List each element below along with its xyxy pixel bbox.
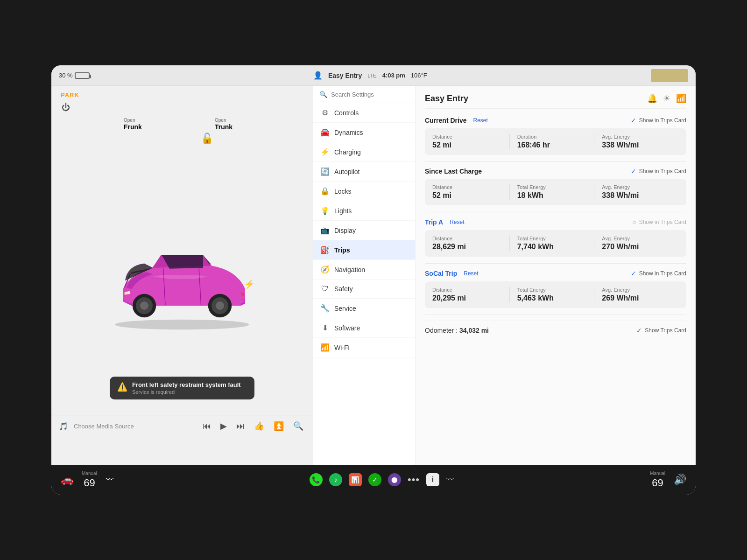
nav-item-lights[interactable]: 💡 Lights [313, 201, 415, 221]
nav-item-navigation[interactable]: 🧭 Navigation [313, 260, 415, 280]
trip-a-toggle[interactable]: ○ Show in Trips Card [632, 218, 686, 226]
trip-a-card: Distance 28,629 mi Total Energy 7,740 kW… [425, 230, 686, 257]
profile-name[interactable]: Easy Entry [328, 72, 362, 79]
nav-label-controls: Controls [334, 109, 359, 117]
next-track-button[interactable]: ⏭ [234, 420, 247, 433]
heat-right-button[interactable]: 〰 [446, 475, 454, 485]
trip-a-title: Trip A [425, 218, 443, 226]
signal-icon[interactable]: 📶 [676, 93, 686, 104]
brightness-icon[interactable]: ☀ [663, 93, 670, 104]
park-label: PARK [61, 91, 79, 98]
spotify-icon: ♪ [334, 476, 337, 483]
play-button[interactable]: ▶ [218, 419, 229, 433]
nav-item-software[interactable]: ⬇ Software [313, 318, 415, 338]
since-last-charge-avg-energy: Avg. Energy 338 Wh/mi [594, 184, 679, 200]
car-icon: 🚗 [61, 474, 73, 486]
car-button[interactable]: 🚗 [61, 474, 73, 486]
trip-a-total-energy: Total Energy 7,740 kWh [509, 236, 594, 251]
green-app-icon: ✓ [372, 476, 378, 483]
volume-button[interactable]: 🔊 [674, 474, 686, 486]
nav-label-charging: Charging [334, 148, 361, 156]
nav-item-locks[interactable]: 🔒 Locks [313, 182, 415, 201]
media-section: 🎵 Choose Media Source ⏮ ▶ ⏭ 👍 ⏫ 🔍 [51, 415, 313, 437]
since-last-charge-section: Since Last Charge ✓ Show in Trips Card D… [425, 168, 686, 205]
socal-trip-trips-label: Show in Trips Card [639, 270, 686, 277]
since-last-charge-toggle[interactable]: ✓ Show in Trips Card [631, 168, 686, 175]
nav-item-charging[interactable]: ⚡ Charging [313, 142, 415, 162]
current-drive-reset-button[interactable]: Reset [470, 116, 490, 125]
user-icon: 👤 [313, 71, 323, 80]
phone-button[interactable]: 📞 [310, 473, 323, 486]
temperature: 106°F [411, 72, 427, 79]
lte-signal: LTE [367, 73, 376, 78]
trip-a-toggle-icon: ○ [632, 218, 636, 226]
divider-4 [425, 315, 686, 315]
trip-a-header: Trip A Reset ○ Show in Trips Card [425, 218, 686, 226]
current-drive-trips-toggle[interactable]: ✓ Show in Trips Card [631, 117, 686, 124]
temp-right-label: Manual [650, 471, 665, 476]
equalizer-button[interactable]: ⏫ [272, 419, 286, 433]
media-source-label[interactable]: Choose Media Source [74, 423, 195, 430]
temp-left-value: 69 [84, 477, 95, 489]
display-icon: 📺 [320, 226, 330, 235]
temp-left-label: Manual [82, 471, 97, 476]
camera-button[interactable]: ⬤ [388, 473, 401, 486]
since-last-charge-card: Distance 52 mi Total Energy 18 kWh Avg. … [425, 179, 686, 205]
odometer-trips-toggle[interactable]: ✓ Show Trips Card [636, 327, 686, 334]
current-time: 4:03 pm [382, 72, 405, 79]
socal-trip-card: Distance 20,295 mi Total Energy 5,463 kW… [425, 281, 686, 308]
info-button[interactable]: i [426, 473, 439, 486]
nav-item-service[interactable]: 🔧 Service [313, 299, 415, 318]
current-drive-card: Distance 52 mi Duration 168:46 hr Avg. E… [425, 128, 686, 155]
socal-trip-title: SoCal Trip [425, 270, 457, 277]
media-app-button[interactable]: 📊 [349, 473, 362, 486]
navigation-icon: 🧭 [320, 265, 330, 274]
divider-2 [425, 212, 686, 212]
nav-item-display[interactable]: 📺 Display [313, 221, 415, 240]
current-drive-trips-label: Show in Trips Card [639, 117, 686, 124]
nav-item-wifi[interactable]: 📶 Wi-Fi [313, 338, 415, 357]
nav-item-safety[interactable]: 🛡 Safety [313, 280, 415, 299]
nav-item-dynamics[interactable]: 🚘 Dynamics [313, 123, 415, 142]
map-thumbnail [651, 69, 688, 82]
service-icon: 🔧 [320, 304, 330, 313]
search-bar[interactable]: 🔍 [313, 86, 415, 103]
more-button[interactable]: ••• [408, 474, 420, 486]
prev-track-button[interactable]: ⏮ [201, 420, 213, 433]
search-media-button[interactable]: 🔍 [291, 419, 305, 433]
trip-a-reset-button[interactable]: Reset [447, 218, 467, 226]
spotify-button[interactable]: ♪ [329, 473, 342, 486]
svg-text:⚡: ⚡ [244, 279, 255, 289]
socal-trip-toggle[interactable]: ✓ Show in Trips Card [631, 270, 686, 277]
info-icon: i [432, 476, 434, 484]
nav-label-software: Software [334, 324, 360, 332]
media-app-icon: 📊 [351, 476, 359, 483]
fault-alert: ⚠️ Front left safety restraint system fa… [110, 377, 254, 399]
settings-navigation: 🔍 ⚙ Controls 🚘 Dynamics ⚡ Charging 🔄 [313, 86, 416, 465]
bell-icon[interactable]: 🔔 [647, 93, 657, 104]
current-drive-title: Current Drive [425, 117, 466, 124]
wifi-icon: 📶 [320, 343, 330, 352]
temp-right-control[interactable]: Manual 69 [650, 471, 665, 489]
socal-trip-reset-button[interactable]: Reset [461, 269, 481, 278]
alert-icon: ⚠️ [117, 382, 127, 392]
current-drive-energy: Avg. Energy 338 Wh/mi [594, 134, 679, 149]
socal-trip-total-energy: Total Energy 5,463 kWh [509, 287, 594, 302]
socal-trip-check-icon: ✓ [631, 270, 636, 277]
since-last-charge-check-icon: ✓ [631, 168, 636, 175]
controls-icon: ⚙ [320, 108, 330, 117]
heat-left-button[interactable]: 〰 [106, 475, 114, 485]
temp-left-control[interactable]: Manual 69 [82, 471, 97, 489]
trip-a-distance: Distance 28,629 mi [432, 236, 509, 251]
heat-right-icon: 〰 [446, 475, 454, 485]
lights-icon: 💡 [320, 206, 330, 215]
green-app-button[interactable]: ✓ [368, 473, 381, 486]
search-input[interactable] [331, 91, 409, 98]
svg-point-0 [115, 320, 249, 330]
nav-item-autopilot[interactable]: 🔄 Autopilot [313, 162, 415, 182]
volume-icon: 🔊 [674, 474, 686, 486]
autopilot-icon: 🔄 [320, 167, 330, 176]
nav-item-controls[interactable]: ⚙ Controls [313, 103, 415, 123]
like-button[interactable]: 👍 [252, 419, 266, 433]
nav-item-trips[interactable]: ⛽ Trips [313, 240, 415, 260]
